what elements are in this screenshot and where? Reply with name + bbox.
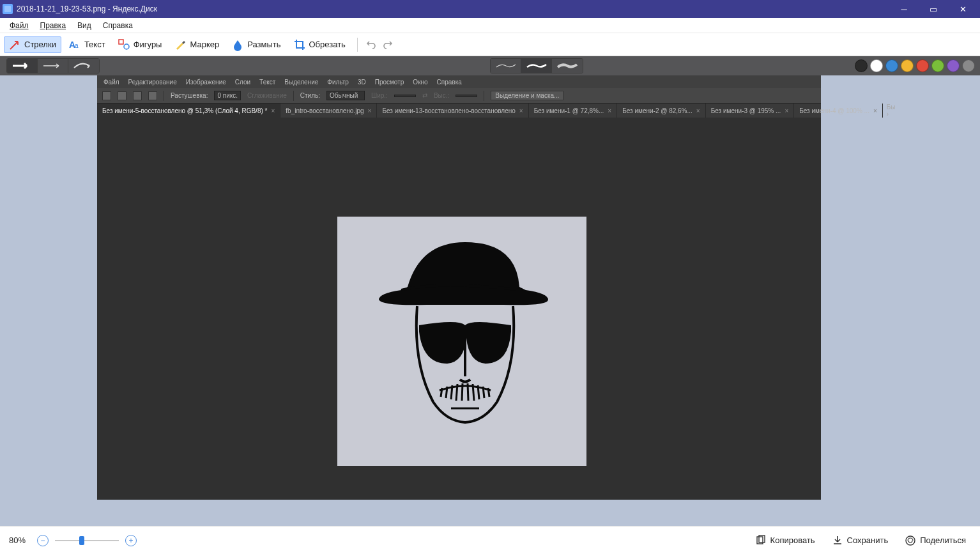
copy-icon	[755, 535, 767, 546]
arrow-style-thick[interactable]	[7, 59, 38, 73]
ps-document-tabs: Без имени-5-восстановлено @ 51,3% (Слой …	[97, 104, 821, 118]
svg-line-5	[446, 387, 447, 398]
zoom-slider[interactable]	[55, 534, 119, 547]
titlebar: 2018-11-21_19-23-53.png - Яндекс.Диск ─ …	[0, 0, 980, 18]
ps-style-label: Стиль:	[300, 92, 320, 99]
ps-width-label: Шир.:	[371, 92, 388, 99]
svg-text:a: a	[75, 42, 79, 49]
tool-marker[interactable]: Маркер	[169, 36, 224, 53]
ps-tabs-overflow: Бы ›	[883, 104, 900, 118]
stroke-thick[interactable]	[552, 59, 583, 73]
stroke-thin[interactable]	[491, 59, 521, 73]
arrow-icon	[9, 39, 20, 50]
close-button[interactable]: ✕	[948, 0, 977, 18]
color-swatch-6[interactable]	[947, 59, 960, 72]
color-swatch-3[interactable]	[901, 59, 914, 72]
redo-button[interactable]	[381, 38, 395, 52]
maximize-button[interactable]: ▭	[919, 0, 948, 18]
copy-label: Копировать	[770, 535, 815, 545]
ps-height-value	[456, 95, 477, 97]
app-icon	[3, 4, 13, 14]
share-label: Поделиться	[920, 535, 966, 545]
menu-help[interactable]: Справка	[97, 20, 139, 31]
ps-selection-new	[102, 91, 111, 100]
blur-icon	[232, 39, 243, 50]
ps-selection-intersect	[148, 91, 157, 100]
zoom-slider-thumb[interactable]	[79, 536, 84, 545]
text-icon: Aa	[69, 39, 80, 50]
marker-icon	[174, 39, 186, 50]
ps-workspace	[97, 118, 821, 500]
stroke-medium[interactable]	[521, 59, 552, 73]
menu-file[interactable]: Файл	[4, 20, 34, 31]
copy-button[interactable]: Копировать	[750, 532, 820, 549]
zoom-in-button[interactable]: +	[125, 535, 137, 546]
ps-style-value: Обычный	[326, 91, 365, 100]
ps-selection-add	[118, 91, 126, 100]
ps-tab: Без имени-5-восстановлено @ 51,3% (Слой …	[97, 104, 280, 118]
ps-menu-item: Изображение	[186, 79, 226, 86]
svg-line-11	[478, 385, 479, 399]
minimize-button[interactable]: ─	[889, 0, 919, 18]
svg-line-7	[456, 384, 457, 401]
svg-line-12	[483, 387, 484, 398]
ps-feather-value: 0 пикс.	[214, 91, 241, 100]
color-swatch-5[interactable]	[931, 59, 944, 72]
tool-arrows-label: Стрелки	[24, 40, 56, 49]
arrow-options-strip	[0, 56, 980, 75]
ps-select-mask-button: Выделение и маска...	[491, 91, 563, 100]
svg-line-10	[473, 384, 474, 401]
canvas-area[interactable]: ФайлРедактированиеИзображениеСлоиТекстВы…	[0, 75, 980, 526]
zoom-out-button[interactable]: −	[37, 535, 49, 546]
menu-view[interactable]: Вид	[72, 20, 97, 31]
color-swatch-7[interactable]	[962, 59, 975, 72]
color-swatch-0[interactable]	[855, 59, 868, 72]
share-button[interactable]: Поделиться	[900, 532, 971, 549]
window-title: 2018-11-21_19-23-53.png - Яндекс.Диск	[17, 4, 889, 13]
ps-feather-label: Растушевка:	[171, 92, 208, 99]
ps-menu-item: Файл	[103, 79, 119, 86]
tool-shapes[interactable]: Фигуры	[113, 36, 167, 53]
svg-rect-2	[119, 40, 123, 44]
color-swatch-1[interactable]	[870, 59, 883, 72]
arrow-style-curved[interactable]	[68, 59, 99, 73]
share-icon	[905, 535, 916, 546]
ps-menu-item: Слои	[235, 79, 250, 86]
tool-arrows[interactable]: Стрелки	[4, 36, 61, 53]
ps-menu-item: Выделение	[284, 79, 318, 86]
ps-tab: fb_intro-восстановлено.jpg×	[280, 104, 377, 118]
svg-line-6	[451, 385, 452, 399]
tool-text[interactable]: Aa Текст	[64, 36, 111, 53]
screenshot-content: ФайлРедактированиеИзображениеСлоиТекстВы…	[97, 75, 821, 500]
tool-text-label: Текст	[84, 40, 105, 49]
menu-edit[interactable]: Правка	[34, 20, 72, 31]
svg-point-3	[124, 44, 129, 49]
ps-tab: Без имени-13-восстановлено-восстановлено…	[377, 104, 528, 118]
svg-point-17	[906, 536, 915, 545]
color-swatch-2[interactable]	[885, 59, 898, 72]
svg-line-9	[468, 383, 468, 401]
ps-menu-item: 3D	[358, 79, 366, 86]
ps-menu-item: Фильтр	[327, 79, 349, 86]
separator	[357, 38, 358, 52]
svg-line-4	[441, 388, 442, 397]
ps-selection-subtract	[133, 91, 142, 100]
undo-button[interactable]	[364, 38, 378, 52]
ps-menu-item: Справка	[437, 79, 462, 86]
tool-crop-label: Обрезать	[309, 40, 346, 49]
menubar: Файл Правка Вид Справка	[0, 18, 980, 33]
save-button[interactable]: Сохранить	[827, 532, 894, 549]
svg-line-13	[488, 388, 489, 397]
tool-crop[interactable]: Обрезать	[289, 36, 351, 53]
color-swatch-4[interactable]	[916, 59, 929, 72]
ps-smoothing: Сглаживание	[247, 92, 287, 99]
ps-tab: Без имени-4 @ 100% ...×	[794, 104, 883, 118]
ps-tab: Без имени-1 @ 72,8%...×	[529, 104, 618, 118]
tool-blur[interactable]: Размыть	[227, 36, 286, 53]
download-icon	[832, 535, 843, 546]
save-label: Сохранить	[847, 535, 889, 545]
stroke-weight-segmented	[490, 58, 583, 73]
ps-tab: Без имени-3 @ 195% ...×	[706, 104, 795, 118]
arrow-style-thin[interactable]	[38, 59, 68, 73]
tool-ribbon: Стрелки Aa Текст Фигуры Маркер Размыть О…	[0, 33, 980, 56]
